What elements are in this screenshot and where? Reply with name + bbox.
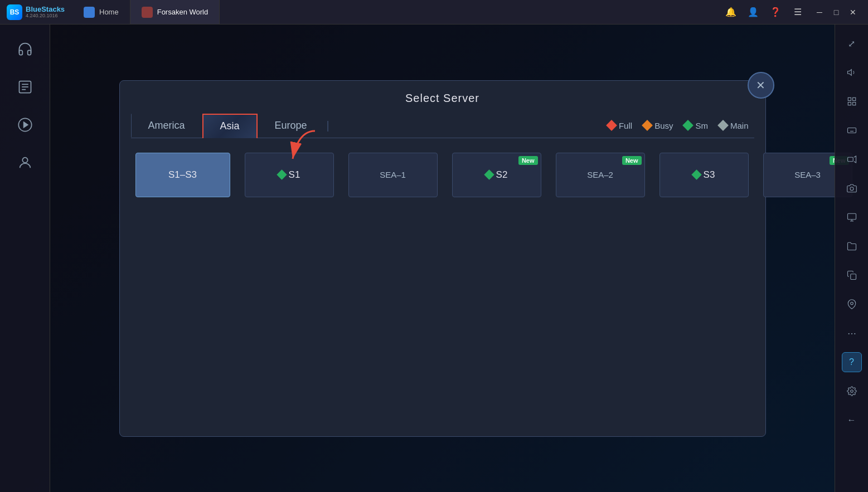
menu-btn[interactable]: ☰: [791, 6, 804, 19]
legend-full: Full: [608, 121, 632, 130]
help-btn[interactable]: ❓: [769, 6, 782, 19]
server-s3[interactable]: S3: [660, 153, 749, 197]
svg-rect-10: [848, 103, 851, 105]
server-s1s3[interactable]: S1–S3: [135, 153, 230, 197]
tab-forsaken-world[interactable]: Forsaken World: [130, 0, 220, 24]
sidebar-user-icon[interactable]: [12, 149, 38, 176]
svg-rect-20: [847, 213, 856, 220]
tab-america[interactable]: America: [131, 114, 202, 137]
dialog-backdrop: Select Server ✕ America Asia Europe |: [50, 25, 835, 492]
expand-icon[interactable]: ⤢: [842, 33, 862, 53]
app-name: BlueStacks: [26, 6, 65, 13]
taskbar: BS BlueStacks 4.240.20.1016 Home Forsake…: [0, 0, 868, 25]
svg-rect-9: [852, 98, 855, 100]
camera-icon[interactable]: [842, 178, 862, 198]
tab-separator: |: [324, 119, 332, 132]
close-btn[interactable]: ✕: [847, 6, 859, 18]
legend-full-label: Full: [619, 121, 632, 130]
server-grid: S1–S3S1SEA–1NewS2NewSEA–2S3NewSEA–3: [131, 147, 754, 203]
tab-asia[interactable]: Asia: [202, 114, 258, 138]
svg-rect-8: [848, 98, 851, 100]
dialog-title: Select Server: [131, 92, 754, 105]
volume-icon[interactable]: [842, 62, 862, 82]
server-sea1[interactable]: SEA–1: [348, 153, 438, 197]
svg-rect-11: [852, 103, 855, 105]
sidebar-video-icon[interactable]: [12, 111, 38, 138]
tab-europe-label: Europe: [275, 120, 307, 131]
sidebar-script-icon[interactable]: [12, 74, 38, 100]
tab-europe[interactable]: Europe: [258, 114, 324, 137]
sm-diamond-icon: [683, 120, 694, 131]
sidebar-headset-icon[interactable]: [12, 36, 38, 62]
legend-main: Main: [719, 121, 749, 130]
screen-icon[interactable]: [842, 207, 862, 227]
svg-point-19: [850, 187, 854, 191]
game-tab-icon: [142, 7, 153, 18]
region-tabs: America Asia Europe | Full: [131, 114, 754, 138]
record-icon[interactable]: [842, 149, 862, 169]
close-x-label: ✕: [756, 79, 765, 92]
svg-point-25: [850, 390, 853, 393]
app-version: 4.240.20.1016: [26, 13, 65, 18]
keyboard-icon[interactable]: [842, 120, 862, 140]
back-icon[interactable]: ←: [842, 410, 862, 430]
main-diamond-icon: [717, 120, 729, 131]
svg-rect-18: [847, 157, 853, 162]
server-legend: Full Busy Sm Main: [608, 121, 754, 130]
maximize-btn[interactable]: □: [830, 6, 842, 18]
svg-marker-7: [847, 70, 851, 76]
more-icon[interactable]: ⋯: [842, 323, 862, 343]
notification-btn[interactable]: 🔔: [724, 6, 738, 19]
tab-america-label: America: [148, 120, 185, 131]
right-sidebar: ⤢: [835, 25, 868, 492]
s1-diamond-icon: [277, 169, 287, 179]
settings-icon[interactable]: [842, 381, 862, 401]
question-icon[interactable]: ?: [842, 352, 862, 372]
tab-home-label: Home: [99, 8, 119, 16]
tab-asia-label: Asia: [220, 120, 240, 131]
legend-main-label: Main: [730, 121, 749, 130]
folder-icon[interactable]: [842, 236, 862, 256]
main-content: Select Server ✕ America Asia Europe |: [50, 25, 835, 492]
svg-point-6: [22, 158, 27, 163]
busy-diamond-icon: [642, 120, 653, 131]
home-tab-icon: [84, 7, 95, 18]
legend-busy-label: Busy: [654, 121, 673, 130]
logo-text: BlueStacks 4.240.20.1016: [26, 6, 65, 18]
server-s1[interactable]: S1: [245, 153, 334, 197]
left-sidebar: [0, 25, 50, 492]
legend-sm: Sm: [684, 121, 708, 130]
select-server-dialog: Select Server ✕ America Asia Europe |: [119, 80, 766, 437]
legend-sm-label: Sm: [695, 121, 708, 130]
account-btn[interactable]: 👤: [746, 6, 760, 19]
tab-game-label: Forsaken World: [157, 8, 208, 16]
tab-home[interactable]: Home: [72, 0, 130, 24]
bluestacks-logo: BS BlueStacks 4.240.20.1016: [0, 4, 72, 20]
legend-busy: Busy: [643, 121, 673, 130]
bluestacks-icon: BS: [7, 4, 22, 20]
svg-point-24: [850, 302, 853, 305]
minimize-btn[interactable]: ─: [813, 6, 826, 18]
svg-marker-5: [23, 122, 27, 127]
svg-rect-12: [847, 128, 856, 133]
server-s2-new[interactable]: NewS2: [452, 153, 541, 197]
copy-icon[interactable]: [842, 265, 862, 285]
server-sea2-new[interactable]: NewSEA–2: [556, 153, 645, 197]
full-diamond-icon: [606, 120, 617, 131]
window-buttons: ─ □ ✕: [813, 6, 859, 18]
location-icon[interactable]: [842, 294, 862, 314]
dialog-close-btn[interactable]: ✕: [748, 72, 774, 99]
taskbar-controls: 🔔 👤 ❓ ☰ ─ □ ✕: [724, 6, 868, 19]
grid-icon[interactable]: [842, 91, 862, 111]
taskbar-tabs: Home Forsaken World: [72, 0, 220, 24]
svg-rect-23: [850, 274, 856, 280]
